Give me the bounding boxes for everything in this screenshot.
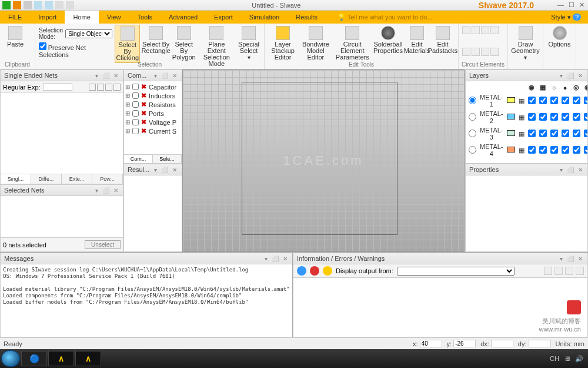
select-by-polygon-button[interactable]: Select By Polygon — [172, 25, 196, 62]
panel-controls[interactable]: ▾ ⬜ ✕ — [95, 187, 119, 194]
save-icon[interactable] — [24, 1, 32, 9]
tab-select[interactable]: Sele... — [153, 155, 182, 163]
layer-row[interactable]: METAL-3▦ — [467, 125, 587, 142]
qat-icon[interactable] — [66, 1, 74, 9]
preserve-net-checkbox[interactable]: Preserve Net Selections — [39, 42, 112, 58]
coord-dy[interactable] — [529, 340, 551, 347]
selected-list[interactable] — [1, 196, 123, 237]
close-button[interactable]: ✕ — [579, 1, 584, 9]
output-from-dropdown[interactable] — [397, 267, 514, 276]
ce-icon[interactable] — [481, 48, 489, 56]
bondwire-button[interactable]: Bondwire Model Editor — [300, 25, 332, 62]
panel-controls[interactable]: ▾ ⬜ ✕ — [560, 72, 584, 79]
panel-controls[interactable]: ▾ ⬜ ✕ — [560, 256, 584, 262]
redo-icon[interactable] — [45, 1, 53, 9]
taskbar-app[interactable]: ∧ — [48, 351, 74, 366]
layer-stackup-button[interactable]: Layer Stackup Editor — [268, 25, 298, 62]
panel-controls[interactable]: ▾ ⬜ ✕ — [154, 167, 178, 173]
select-by-clicking-button[interactable]: Select By Clicking — [115, 25, 140, 63]
nets-list[interactable] — [1, 93, 123, 174]
layer-row[interactable]: METAL-4▦ — [467, 142, 587, 158]
ce-icon[interactable] — [490, 26, 499, 34]
panel-controls[interactable]: ▾ ⬜ ✕ — [95, 72, 119, 79]
ce-icon[interactable] — [462, 48, 470, 56]
info-icon[interactable] — [297, 266, 306, 276]
maximize-button[interactable]: ☐ — [569, 1, 574, 9]
component-node[interactable]: ✖Inductors — [125, 91, 181, 100]
panel-controls[interactable]: ▾ ⬜ ✕ — [560, 167, 584, 173]
coord-x[interactable] — [420, 340, 442, 347]
undo-icon[interactable] — [34, 1, 42, 9]
tool-icon[interactable] — [565, 267, 573, 275]
select-by-rectangle-button[interactable]: Select By Rectangle — [142, 25, 169, 55]
tool-icon[interactable] — [544, 267, 552, 275]
tab-tools[interactable]: Tools — [129, 11, 161, 24]
tool-icon[interactable] — [554, 267, 563, 275]
component-node[interactable]: ✖Capacitor — [125, 82, 181, 91]
solderball-button[interactable]: Solderball Properties — [373, 25, 403, 55]
panel-controls[interactable]: ▾ ⬜ ✕ — [265, 256, 289, 262]
component-node[interactable]: ✖Voltage P — [125, 118, 181, 127]
messages-text[interactable]: Creating SIwave session log C:\Users\WUC… — [1, 264, 292, 337]
coord-dx[interactable] — [491, 340, 513, 347]
tab-ext[interactable]: Exte... — [62, 174, 92, 184]
regex-input[interactable] — [43, 83, 72, 91]
tab-pow[interactable]: Pow... — [92, 174, 123, 184]
tab-results[interactable]: Results — [288, 11, 326, 24]
circuit-elem-button[interactable]: Circuit Element Parameters — [334, 25, 371, 62]
component-node[interactable]: ✖Ports — [125, 109, 181, 118]
selection-mode-dropdown[interactable]: Single Object — [65, 29, 112, 38]
warning-icon[interactable] — [323, 266, 332, 276]
filter-icon[interactable] — [113, 84, 121, 91]
tab-file[interactable]: FILE — [0, 11, 30, 24]
ce-icon[interactable] — [472, 48, 480, 56]
ce-icon[interactable] — [462, 26, 470, 34]
tray-icon[interactable]: 🖥 — [564, 355, 570, 362]
results-body[interactable] — [124, 175, 182, 251]
edit-padstacks-button[interactable]: Edit Padstacks — [431, 25, 455, 55]
lang-indicator[interactable]: CH — [550, 355, 559, 362]
tab-diff[interactable]: Diffe... — [31, 174, 62, 184]
design-canvas[interactable]: 1CAE.com — [182, 69, 465, 252]
component-node[interactable]: ✖Resistors — [125, 100, 181, 109]
special-select-button[interactable]: Special Select▾ — [237, 25, 260, 62]
qat-icon[interactable] — [55, 1, 64, 9]
system-tray[interactable]: CH 🖥 🔊 — [550, 355, 587, 363]
filter-icon[interactable] — [97, 84, 104, 91]
start-button[interactable] — [1, 350, 20, 367]
coord-y[interactable] — [453, 340, 476, 347]
taskbar-app[interactable]: ∧ — [75, 351, 101, 366]
unselect-button[interactable]: Unselect — [85, 240, 121, 249]
draw-geometry-button[interactable]: Draw Geometry▾ — [512, 25, 539, 62]
tab-advanced[interactable]: Advanced — [161, 11, 206, 24]
layer-row[interactable]: METAL-2▦ — [467, 109, 587, 125]
filter-icon[interactable] — [105, 84, 112, 91]
minimize-button[interactable]: — — [557, 1, 564, 9]
properties-body[interactable] — [466, 175, 587, 251]
paste-button[interactable]: Paste — [4, 25, 27, 49]
edit-materials-button[interactable]: Edit Materials — [405, 25, 429, 55]
tab-import[interactable]: Import — [30, 11, 65, 24]
panel-controls[interactable]: ▾ ⬜ ✕ — [154, 72, 178, 79]
tell-me-box[interactable]: Tell me what you want to do... — [338, 14, 433, 21]
new-icon[interactable] — [2, 1, 11, 9]
tab-view[interactable]: View — [99, 11, 129, 24]
open-icon[interactable] — [13, 1, 21, 9]
tab-home[interactable]: Home — [65, 11, 98, 24]
ce-icon[interactable] — [481, 26, 489, 34]
options-button[interactable]: Options — [547, 25, 572, 49]
ce-icon[interactable] — [490, 48, 499, 56]
tab-single[interactable]: Singl... — [1, 174, 31, 184]
error-icon[interactable] — [310, 266, 319, 276]
tool-icon[interactable] — [576, 267, 584, 275]
component-node[interactable]: ✖Current S — [125, 127, 181, 135]
style-menu[interactable]: Style ▾ ? — [544, 14, 588, 21]
taskbar-chrome[interactable]: 🔵 — [21, 351, 47, 366]
tab-export[interactable]: Export — [206, 11, 241, 24]
ce-icon[interactable] — [472, 26, 480, 34]
tray-icon[interactable]: 🔊 — [575, 355, 583, 363]
filter-icon[interactable] — [89, 84, 96, 91]
tab-components[interactable]: Com... — [124, 155, 153, 163]
tab-simulation[interactable]: Simulation — [241, 11, 288, 24]
layer-row[interactable]: METAL-1▦ — [467, 92, 587, 109]
